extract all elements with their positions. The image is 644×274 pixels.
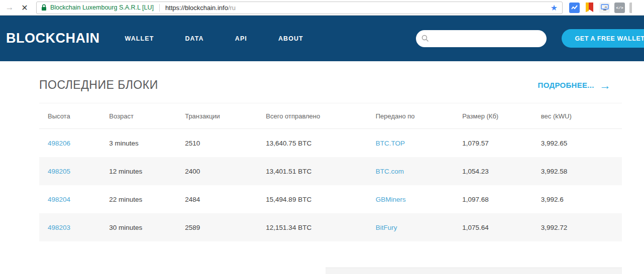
code-extension-icon[interactable]: </> [614,3,625,13]
relayed-by-link[interactable]: BTC.com [376,168,404,175]
next-section-edge [326,267,622,274]
block-weight: 3,992.65 [541,140,622,147]
col-header-size: Размер (Кб) [462,112,541,120]
browser-toolbar: → ✕ Blockchain Luxembourg S.A.R.L [LU] h… [0,0,644,16]
block-height-link[interactable]: 498205 [48,168,70,175]
col-header-relayed-by: Передано по [376,112,463,120]
col-header-transactions: Транзакции [185,112,266,120]
section-header: ПОСЛЕДНИЕ БЛОКИ ПОДРОБНЕЕ... → [39,78,622,92]
blockchain-logo[interactable]: BLOCKCHAIN [6,31,100,46]
extension-icons: </> [569,3,632,13]
block-size: 1,097.68 [462,196,541,203]
block-age: 3 minutes [109,140,185,147]
block-age: 30 minutes [109,224,185,231]
block-weight: 3,992.58 [541,168,622,175]
arrow-right-icon: → [599,81,611,90]
block-weight: 3,992.6 [541,196,622,203]
chart-extension-icon[interactable] [569,3,580,13]
table-header-row: Высота Возраст Транзакции Всего отправле… [39,103,622,129]
block-transactions: 2510 [185,140,266,147]
col-header-height: Высота [48,112,109,120]
table-row: 498204 22 minutes 2484 15,494.89 BTC GBM… [39,185,622,213]
block-weight: 3,992.72 [541,224,622,231]
relayed-by-link[interactable]: BTC.TOP [376,140,405,147]
url-host-text: https://blockchain.info [165,4,228,12]
nav-item-api[interactable]: API [235,35,247,42]
block-total-sent: 12,151.34 BTC [266,224,375,231]
block-transactions: 2400 [185,168,266,175]
search-input[interactable] [433,35,541,42]
more-link[interactable]: ПОДРОБНЕЕ... → [538,81,622,90]
secure-lock-icon [41,4,47,11]
cropped-extension-icon [629,3,632,13]
col-header-total-sent: Всего отправлено [266,112,375,120]
url-path-text: /ru [228,4,236,12]
relayed-by-link[interactable]: BitFury [376,224,397,231]
block-total-sent: 13,401.51 BTC [266,168,375,175]
stop-icon[interactable]: ✕ [18,3,31,13]
table-row: 498203 30 minutes 2589 12,151.34 BTC Bit… [39,213,622,241]
block-height-link[interactable]: 498203 [48,224,70,231]
block-age: 12 minutes [109,168,185,175]
col-header-weight: вес (kWU) [541,112,622,120]
site-identity-label[interactable]: Blockchain Luxembourg S.A.R.L [LU] [50,4,154,11]
main-navbar: BLOCKCHAIN WALLET DATA API ABOUT GET A F… [0,16,644,61]
block-height-link[interactable]: 498204 [48,196,70,203]
nav-item-about[interactable]: ABOUT [278,35,303,42]
table-row: 498206 3 minutes 2510 13,640.75 BTC BTC.… [39,129,622,157]
address-separator [159,4,160,12]
bookmark-star-icon[interactable]: ★ [551,3,558,13]
page-content: ПОСЛЕДНИЕ БЛОКИ ПОДРОБНЕЕ... → Высота Во… [0,61,644,241]
search-box[interactable] [416,30,547,47]
page-title: ПОСЛЕДНИЕ БЛОКИ [39,78,158,92]
screen-capture-extension-icon[interactable] [599,3,610,13]
block-size: 1,075.64 [462,224,541,231]
nav-item-data[interactable]: DATA [185,35,203,42]
table-row: 498205 12 minutes 2400 13,401.51 BTC BTC… [39,157,622,185]
block-size: 1,079.57 [462,140,541,147]
forward-icon[interactable]: → [3,3,16,13]
block-total-sent: 13,640.75 BTC [266,140,375,147]
more-link-label: ПОДРОБНЕЕ... [538,81,594,89]
block-size: 1,054.23 [462,168,541,175]
nav-item-wallet[interactable]: WALLET [125,35,154,42]
address-bar[interactable]: Blockchain Luxembourg S.A.R.L [LU] https… [36,2,563,14]
latest-blocks-table: Высота Возраст Транзакции Всего отправле… [39,103,622,241]
relayed-by-link[interactable]: GBMiners [376,196,406,203]
nav-menu: WALLET DATA API ABOUT [125,35,335,42]
block-transactions: 2589 [185,224,266,231]
block-height-link[interactable]: 498206 [48,140,70,147]
block-total-sent: 15,494.89 BTC [266,196,375,203]
block-transactions: 2484 [185,196,266,203]
bookmark-ribbon-extension-icon[interactable] [584,3,595,13]
block-age: 22 minutes [109,196,185,203]
get-free-wallet-button[interactable]: GET A FREE WALLET [562,29,644,48]
search-icon [421,35,429,42]
col-header-age: Возраст [109,112,185,120]
